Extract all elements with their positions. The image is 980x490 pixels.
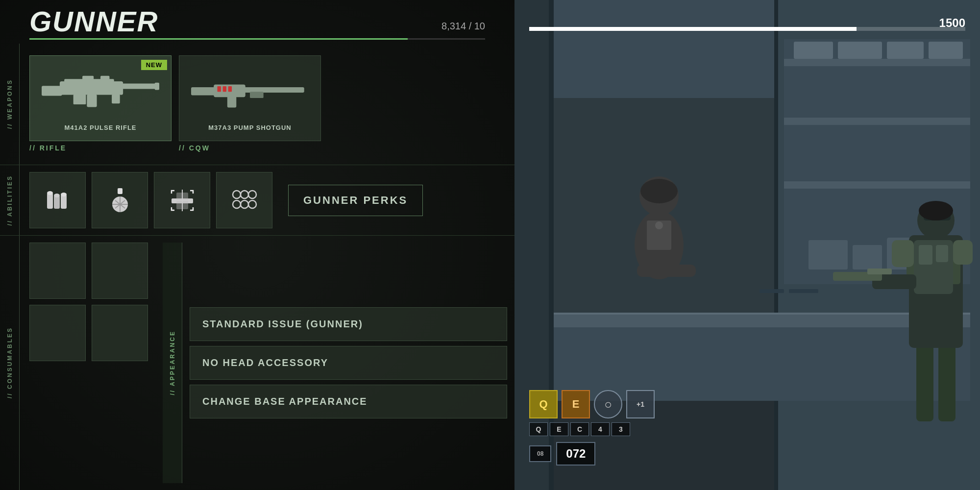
hud-btn-plus1[interactable]: +1: [626, 390, 655, 418]
svg-rect-82: [867, 269, 892, 274]
svg-rect-16: [223, 86, 226, 92]
hud-ammo-current-box: 072: [556, 442, 595, 466]
svg-rect-22: [61, 195, 67, 209]
keybind-4: 4: [591, 422, 610, 436]
svg-rect-53: [887, 42, 924, 59]
svg-point-19: [47, 191, 53, 195]
abilities-row: Gunner Perks: [29, 172, 507, 228]
svg-rect-69: [916, 343, 933, 421]
weapons-row: M41A2 PULSE RIFLE NEW: [29, 55, 507, 141]
svg-point-21: [54, 194, 60, 197]
svg-rect-76: [936, 245, 948, 262]
svg-rect-1: [60, 81, 123, 95]
svg-rect-65: [637, 265, 696, 277]
svg-rect-51: [794, 42, 833, 59]
svg-rect-9: [155, 83, 159, 90]
grenade-icon: [105, 186, 135, 215]
keybind-c: C: [570, 422, 589, 436]
ammo-reserve-label: 08: [537, 450, 543, 457]
svg-rect-83: [892, 240, 914, 267]
hud-ammo-reserve-box: 08: [529, 445, 551, 462]
svg-rect-54: [929, 42, 963, 59]
svg-rect-48: [784, 59, 970, 66]
consumable-slot-4[interactable]: [92, 305, 148, 361]
svg-rect-6: [82, 76, 94, 80]
keybind-q: Q: [529, 422, 548, 436]
keybind-3: 3: [612, 422, 630, 436]
appearance-change-base[interactable]: Change Base Appearance: [190, 385, 507, 418]
weapon-name-rifle: M41A2 PULSE RIFLE: [64, 122, 136, 133]
weapon-new-badge: NEW: [141, 60, 167, 70]
svg-rect-3: [87, 95, 97, 107]
ability-slot-grenade[interactable]: [92, 172, 148, 228]
hud-bottom-left: Q E ○ +1 Q E C 4 3 08 072: [529, 390, 655, 466]
svg-rect-7: [100, 76, 109, 80]
svg-point-23: [61, 193, 67, 196]
ability-slot-scope[interactable]: [154, 172, 210, 228]
svg-rect-2: [119, 84, 157, 89]
svg-rect-10: [191, 87, 216, 96]
svg-rect-50: [784, 181, 970, 189]
svg-point-67: [655, 221, 663, 229]
svg-rect-13: [227, 96, 236, 107]
weapon-slot-shotgun[interactable]: M37A3 PUMP SHOTGUN: [179, 55, 321, 141]
appearance-vert-section: // APPEARANCE: [163, 243, 182, 483]
svg-point-35: [241, 191, 248, 198]
svg-rect-0: [42, 86, 62, 96]
svg-rect-52: [838, 42, 882, 59]
svg-rect-20: [54, 196, 60, 209]
consumable-slot-2[interactable]: [92, 243, 148, 299]
svg-rect-24: [118, 188, 122, 194]
hud-action-row: Q E ○ +1: [529, 390, 655, 418]
weapon-type-rifle: // RIFLE: [29, 144, 172, 152]
svg-rect-46: [774, 0, 778, 490]
ammo-icon: [43, 186, 73, 215]
svg-rect-56: [853, 245, 882, 270]
svg-rect-18: [47, 193, 53, 209]
svg-point-38: [241, 200, 248, 208]
game-scene: 1500 Q E ○ +1 Q E C 4 3 08: [514, 0, 980, 490]
weapon-slot-rifle[interactable]: M41A2 PULSE RIFLE NEW: [29, 55, 172, 141]
svg-rect-60: [554, 313, 970, 315]
ability-slot-grid[interactable]: [216, 172, 272, 228]
abilities-section: // ABILITIES: [0, 165, 514, 236]
appearance-no-head-accessory[interactable]: No Head Accessory: [190, 346, 507, 380]
hud-btn-q[interactable]: Q: [529, 390, 558, 418]
svg-point-79: [919, 201, 953, 220]
ability-slot-ammo[interactable]: [29, 172, 86, 228]
grid-icon: [230, 186, 259, 215]
game-progress-bar-container: [529, 27, 965, 31]
svg-point-34: [233, 191, 241, 198]
svg-rect-61: [760, 289, 784, 293]
weapons-vert-label: // WEAPONS: [0, 44, 20, 165]
hud-btn-circle[interactable]: ○: [594, 390, 622, 418]
hud-btn-e[interactable]: E: [562, 390, 590, 418]
title-section: Gunner 8,314 / 10: [0, 0, 514, 44]
game-progress-bar-fill: [529, 27, 857, 31]
appearance-standard-issue[interactable]: Standard Issue (Gunner): [190, 307, 507, 341]
hud-keybinds-row: Q E C 4 3: [529, 422, 655, 436]
gunner-perks-button[interactable]: Gunner Perks: [288, 185, 423, 216]
weapon-icon-shotgun: [179, 63, 320, 122]
consumable-slot-1[interactable]: [29, 243, 86, 299]
weapon-name-shotgun: M37A3 PUMP SHOTGUN: [208, 122, 291, 133]
xp-bar-fill: [29, 38, 408, 40]
svg-rect-49: [784, 118, 970, 125]
svg-rect-62: [789, 289, 818, 293]
appearance-options: Standard Issue (Gunner) No Head Accessor…: [190, 243, 507, 483]
shotgun-svg: [191, 73, 309, 112]
consumable-slot-3[interactable]: [29, 305, 86, 361]
svg-rect-4: [74, 95, 86, 104]
consumables-vert-label: // CONSUMABLES: [0, 236, 20, 490]
svg-rect-84: [953, 240, 973, 265]
svg-rect-17: [228, 86, 232, 92]
consumables-slots: [29, 243, 148, 483]
weapon-type-cqw: // CQW: [179, 144, 321, 152]
character-title: Gunner: [29, 7, 158, 36]
pulse-rifle-svg: [42, 73, 159, 112]
svg-rect-75: [919, 245, 932, 265]
weapons-section: // WEAPONS: [0, 44, 514, 165]
consumables-appearance-section: // CONSUMABLES // APPEARANCE: [0, 236, 514, 490]
scope-icon: [168, 186, 197, 215]
left-panel: Gunner 8,314 / 10 // WEAPONS: [0, 0, 514, 490]
